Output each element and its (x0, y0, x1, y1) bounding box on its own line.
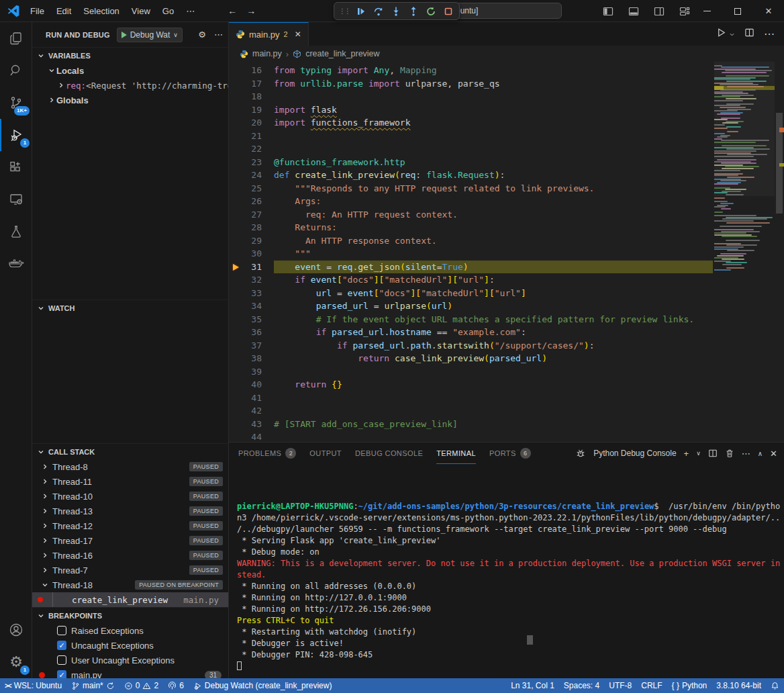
line-number[interactable]: 29 (229, 234, 262, 248)
debug-config-dropdown[interactable]: Debug Wat ∨ (117, 28, 183, 42)
remote-explorer-icon[interactable] (0, 183, 32, 216)
line-number[interactable]: 33 (229, 287, 262, 300)
code-line[interactable]: 22 (229, 142, 714, 156)
run-python-file-button[interactable] (716, 28, 735, 40)
drag-grip-icon[interactable]: ⋮⋮ (337, 7, 352, 15)
terminal-scrollbar-thumb[interactable] (527, 635, 533, 645)
extensions-icon[interactable] (0, 151, 32, 183)
panel-more-icon[interactable]: ⋯ (742, 449, 750, 459)
docker-icon[interactable] (0, 248, 32, 280)
line-number[interactable]: 22 (229, 142, 262, 156)
notifications-bell-icon[interactable] (766, 678, 784, 693)
breakpoints-header[interactable]: BREAKPOINTS (32, 607, 228, 623)
code-line[interactable]: 17from urllib.parse import urlparse, par… (229, 77, 714, 91)
line-number[interactable]: 28 (229, 221, 262, 234)
code-line[interactable]: 28 Returns: (229, 221, 714, 234)
toggle-panel-icon[interactable] (628, 6, 639, 17)
terminal-dropdown-icon[interactable]: ∨ (696, 450, 701, 457)
code-line-content[interactable] (274, 430, 714, 442)
code-line-content[interactable]: # If the event object URL matches a spec… (274, 313, 714, 326)
thread-row[interactable]: Thread-8PAUSED (32, 459, 228, 474)
code-line[interactable]: 34 parsed_url = urlparse(url) (229, 299, 714, 313)
line-number[interactable]: 17 (229, 77, 262, 91)
code-line-content[interactable]: def create_link_preview(req: flask.Reque… (274, 169, 714, 182)
line-number[interactable]: 38 (229, 352, 262, 365)
split-terminal-icon[interactable] (708, 449, 718, 458)
code-line-content[interactable] (274, 90, 714, 103)
line-number[interactable]: 25 (229, 182, 262, 195)
code-line-content[interactable]: Returns: (274, 221, 714, 234)
eol-sequence[interactable]: CRLF (636, 678, 667, 693)
terminal-output[interactable]: pierrick@LAPTOP-HKU5PNNG:~/git/add-ons-s… (237, 467, 781, 678)
line-number[interactable]: 42 (229, 404, 262, 418)
ports-item[interactable]: 6 (163, 678, 189, 693)
thread-row[interactable]: Thread-18PAUSED ON BREAKPOINT (32, 578, 228, 592)
req-variable-item[interactable]: req: <Request 'http://charming-tro… (32, 78, 228, 93)
thread-row[interactable]: Thread-17PAUSED (32, 533, 228, 548)
code-line-content[interactable]: parsed_url = urlparse(url) (274, 299, 714, 313)
debug-settings-gear-icon[interactable]: ⚙ (198, 30, 206, 40)
code-line-content[interactable] (274, 391, 714, 405)
line-number[interactable]: 44 (229, 430, 262, 442)
line-number[interactable]: 30 (229, 247, 262, 261)
code-line[interactable]: 39 (229, 365, 714, 379)
menu-go[interactable]: Go (156, 0, 180, 22)
code-editor[interactable]: 16from typing import Any, Mapping17from … (229, 62, 784, 442)
code-line[interactable]: 43# [START add_ons_case_preview_link] (229, 418, 714, 431)
debug-watch-item[interactable]: Debug Watch (create_link_preview) (189, 678, 337, 693)
line-number[interactable]: 32 (229, 273, 262, 287)
panel-tab-debug-console[interactable]: DEBUG CONSOLE (355, 443, 423, 464)
nav-forward-icon[interactable]: → (246, 5, 256, 16)
close-window-button[interactable]: ✕ (753, 0, 784, 22)
line-number[interactable]: 43 (229, 418, 262, 431)
menu-view[interactable]: View (126, 0, 156, 22)
code-line-content[interactable]: return {} (274, 378, 714, 391)
code-line[interactable]: 33 url = event["docs"]["matchedUrl"]["ur… (229, 287, 714, 300)
customize-layout-icon[interactable] (679, 6, 690, 17)
line-number[interactable]: 40 (229, 378, 262, 391)
run-and-debug-icon[interactable]: 1 (0, 119, 32, 151)
line-number[interactable]: 34 (229, 299, 262, 313)
code-line[interactable]: 25 """Responds to any HTTP request relat… (229, 182, 714, 195)
explorer-icon[interactable] (0, 22, 32, 54)
code-line-content[interactable]: """ (274, 247, 714, 261)
settings-gear-icon[interactable]: ⚙ 1 (0, 646, 32, 678)
code-line[interactable]: 21 (229, 130, 714, 143)
accounts-icon[interactable] (0, 614, 32, 646)
code-line[interactable]: 16from typing import Any, Mapping (229, 64, 714, 77)
stack-frame-row[interactable]: create_link_previewmain.py (32, 592, 228, 607)
code-line[interactable]: 27 req: An HTTP request context. (229, 208, 714, 222)
menu-edit[interactable]: Edit (50, 0, 77, 22)
code-line[interactable]: 44 (229, 430, 714, 442)
code-line[interactable]: 42 (229, 404, 714, 418)
line-number[interactable]: 27 (229, 208, 262, 222)
step-into-button[interactable] (388, 3, 404, 19)
thread-row[interactable]: Thread-7PAUSED (32, 563, 228, 578)
code-line-content[interactable]: @functions_framework.http (274, 156, 714, 169)
code-line-content[interactable]: from typing import Any, Mapping (274, 64, 714, 77)
variables-header[interactable]: VARIABLES (32, 47, 228, 63)
line-number[interactable]: 35 (229, 313, 262, 326)
watch-header[interactable]: WATCH (32, 299, 228, 316)
toggle-secondary-sidebar-icon[interactable] (654, 6, 665, 17)
line-number[interactable]: 24 (229, 169, 262, 182)
breadcrumb-symbol[interactable]: create_link_preview (305, 49, 379, 58)
thread-row[interactable]: Thread-11PAUSED (32, 474, 228, 489)
code-line-content[interactable]: An HTTP response context. (274, 234, 714, 248)
breadcrumb-file[interactable]: main.py (252, 49, 282, 58)
panel-tab-output[interactable]: OUTPUT (309, 443, 342, 464)
code-line[interactable]: 24def create_link_preview(req: flask.Req… (229, 169, 714, 182)
code-line-content[interactable]: """Responds to any HTTP request related … (274, 182, 714, 195)
menu-file[interactable]: File (24, 0, 50, 22)
code-line[interactable]: 29 An HTTP response context. (229, 234, 714, 248)
step-over-button[interactable] (371, 3, 387, 19)
code-line-content[interactable]: url = event["docs"]["matchedUrl"]["url"] (274, 287, 714, 300)
code-line[interactable]: 36 if parsed_url.hostname == "example.co… (229, 326, 714, 339)
encoding[interactable]: UTF-8 (604, 678, 636, 693)
line-number[interactable]: 21 (229, 130, 262, 143)
breakpoint-row[interactable]: ✓Uncaught Exceptions (32, 638, 228, 653)
line-number[interactable]: 39 (229, 365, 262, 379)
maximize-panel-icon[interactable]: ∧ (758, 450, 763, 457)
code-line-content[interactable]: import flask (274, 103, 714, 117)
breakpoint-checkbox[interactable]: ✓ (57, 670, 66, 678)
